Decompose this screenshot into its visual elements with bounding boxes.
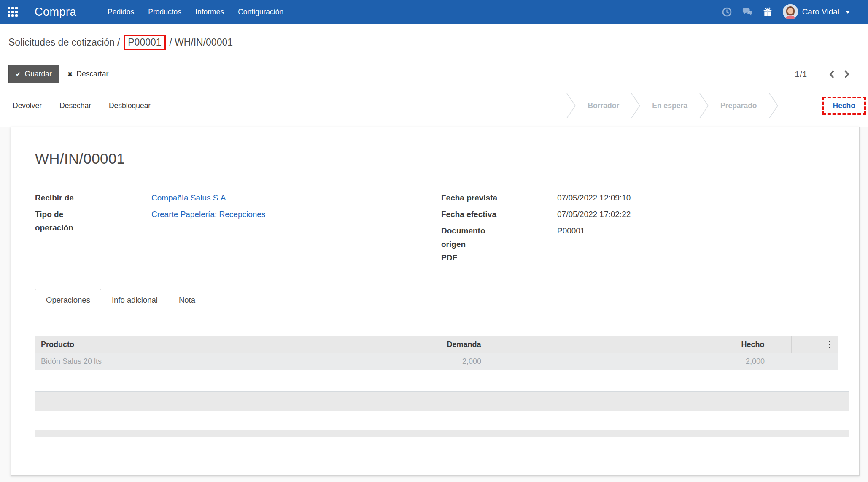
table-header-row: Producto Demanda Hecho	[35, 336, 838, 353]
empty-row-band	[35, 430, 849, 437]
source-document-value: P00001	[557, 224, 838, 238]
cell-empty	[771, 353, 792, 370]
column-header-empty	[771, 336, 792, 353]
column-header-producto[interactable]: Producto	[35, 336, 316, 353]
label-recibir-de: Recibir de	[35, 191, 144, 205]
chevron-down-icon	[845, 11, 850, 14]
user-name: Caro Vidal	[802, 7, 839, 16]
save-button[interactable]: ✔ Guardar	[8, 65, 59, 83]
unlock-button[interactable]: Desbloquear	[109, 101, 151, 110]
gift-icon[interactable]	[763, 7, 773, 17]
tab-nota[interactable]: Nota	[168, 289, 206, 311]
pager-count: 1/1	[795, 70, 807, 79]
partner-link[interactable]: Compañía Salus S.A.	[151, 191, 441, 205]
return-button[interactable]: Devolver	[13, 101, 42, 110]
tab-info-adicional[interactable]: Info adicional	[101, 289, 168, 311]
state-preparado[interactable]: Preparado	[709, 93, 768, 118]
menu-informes[interactable]: Informes	[195, 8, 224, 16]
cell-hecho[interactable]: 2,000	[487, 353, 771, 370]
form-labels-right: Fecha prevista Fecha efectiva Documento …	[441, 191, 550, 268]
state-en-espera[interactable]: En espera	[641, 93, 699, 118]
label-documento-origen: Documento origen PDF	[441, 224, 550, 265]
label-tipo-operacion: Tipo de operación	[35, 208, 144, 235]
check-icon: ✔	[16, 70, 21, 78]
apps-grid-icon[interactable]	[8, 7, 18, 17]
empty-row-band	[35, 391, 849, 411]
breadcrumb: Solicitudes de cotización/P00001/WH/IN/0…	[0, 24, 868, 50]
form-group-left: Recibir de Tipo de operación Compañía Sa…	[35, 191, 441, 268]
pager-next-button[interactable]	[839, 68, 855, 81]
activities-clock-icon[interactable]	[722, 7, 732, 17]
state-hecho-annotation: Hecho	[822, 97, 866, 115]
form-values-right: 07/05/2022 12:09:10 07/05/2022 17:02:22 …	[550, 191, 838, 268]
breadcrumb-p00001-annotation[interactable]: P00001	[124, 35, 165, 50]
discard-button[interactable]: ✖ Descartar	[63, 65, 113, 83]
state-arrow-icon	[631, 93, 641, 118]
breadcrumb-current: WH/IN/00001	[175, 37, 233, 48]
state-arrow-icon	[566, 93, 576, 118]
cell-producto[interactable]: Bidón Salus 20 lts	[35, 353, 316, 370]
operation-type-link[interactable]: Crearte Papelería: Recepciones	[151, 208, 441, 221]
state-borrador[interactable]: Borrador	[576, 93, 631, 118]
scrap-button[interactable]: Desechar	[59, 101, 91, 110]
pager-previous-button[interactable]	[824, 68, 839, 81]
optional-columns-icon[interactable]	[827, 340, 832, 349]
main-content: WH/IN/00001 Recibir de Tipo de operación…	[0, 127, 868, 482]
pager: 1/1	[795, 68, 855, 81]
main-menu: Pedidos Productos Informes Configuración	[108, 8, 283, 16]
record-title: WH/IN/00001	[35, 150, 838, 167]
effective-date-value: 07/05/2022 17:02:22	[557, 208, 838, 221]
tab-operaciones[interactable]: Operaciones	[35, 289, 101, 311]
navbar-icons: Caro Vidal	[722, 4, 850, 19]
operations-table: Producto Demanda Hecho Bidón Salus 20 lt…	[35, 336, 838, 370]
form-group-right: Fecha prevista Fecha efectiva Documento …	[441, 191, 838, 268]
statusbar-actions: Devolver Desechar Desbloquear	[0, 93, 151, 118]
label-fecha-prevista: Fecha prevista	[441, 191, 550, 205]
close-icon: ✖	[67, 70, 73, 78]
app-name[interactable]: Compra	[35, 5, 76, 19]
form-fields: Recibir de Tipo de operación Compañía Sa…	[35, 191, 838, 268]
notebook-tabs: Operaciones Info adicional Nota	[35, 289, 838, 311]
messages-chat-icon[interactable]	[742, 7, 752, 17]
menu-configuracion[interactable]: Configuración	[238, 8, 283, 16]
state-arrow-icon	[768, 93, 779, 118]
breadcrumb-root[interactable]: Solicitudes de cotización	[8, 37, 115, 48]
control-panel: ✔ Guardar ✖ Descartar 1/1	[8, 64, 860, 84]
breadcrumb-separator: /	[117, 37, 120, 48]
label-fecha-efectiva: Fecha efectiva	[441, 208, 550, 221]
statusbar: Devolver Desechar Desbloquear Borrador E…	[0, 93, 868, 118]
breadcrumb-middle[interactable]: P00001	[128, 37, 161, 48]
user-menu[interactable]: Caro Vidal	[783, 4, 850, 19]
column-header-options	[792, 336, 838, 353]
user-avatar	[783, 4, 798, 19]
top-navbar: Compra Pedidos Productos Informes Config…	[0, 0, 868, 24]
menu-pedidos[interactable]: Pedidos	[108, 8, 134, 16]
scheduled-date-value: 07/05/2022 12:09:10	[557, 191, 838, 205]
form-labels-left: Recibir de Tipo de operación	[35, 191, 144, 238]
state-arrow-icon	[699, 93, 709, 118]
column-header-demanda[interactable]: Demanda	[316, 336, 487, 353]
column-header-hecho[interactable]: Hecho	[487, 336, 771, 353]
form-sheet: WH/IN/00001 Recibir de Tipo de operación…	[11, 127, 860, 476]
menu-productos[interactable]: Productos	[148, 8, 181, 16]
form-values-left: Compañía Salus S.A. Crearte Papelería: R…	[144, 191, 441, 268]
table-row[interactable]: Bidón Salus 20 lts 2,000 2,000	[35, 353, 838, 370]
state-hecho[interactable]: Hecho	[822, 93, 866, 118]
cell-options	[792, 353, 838, 370]
breadcrumb-separator: /	[170, 37, 172, 48]
cell-demanda[interactable]: 2,000	[316, 353, 487, 370]
statusbar-states: Borrador En espera Preparado Hecho	[566, 93, 868, 118]
